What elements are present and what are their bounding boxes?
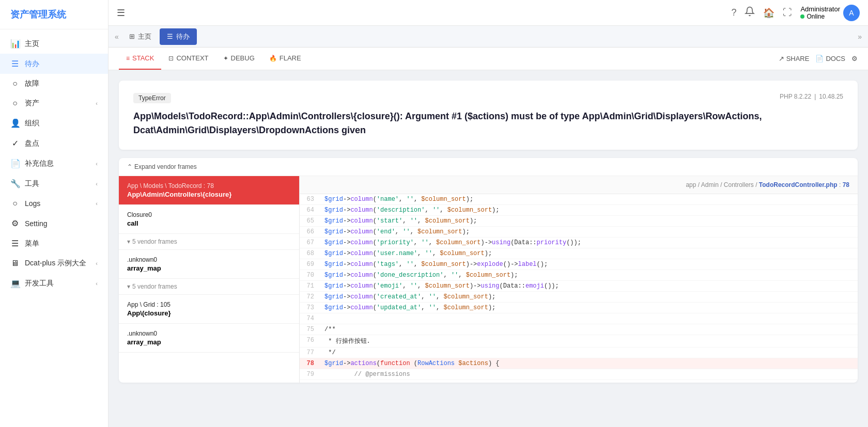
error-tab-context[interactable]: ⊡ CONTEXT [161,48,215,70]
sidebar-item-label: 主页 [25,39,98,49]
hamburger-icon[interactable]: ☰ [117,7,125,19]
frame-class: .unknown0 [127,330,291,337]
sidebar-item-supplement[interactable]: 📄 补充信息 ‹ [0,153,108,173]
sidebar: 资产管理系统 📊 主页 ☰ 待办 ○ 故障 ○ 资产 ‹ 👤 组织 ✓ 盘点 📄 [0,0,109,427]
share-label: SHARE [786,55,810,62]
line-number: 67 [300,238,320,248]
frame-method: App\Admin\Controllers\{closure} [127,191,291,198]
line-code: // @permissions [320,369,858,380]
expand-vendor-label: Expand vendor frames [134,163,197,170]
frame-class: .unknown0 [127,256,291,263]
sidebar-item-asset[interactable]: ○ 资产 ‹ [0,93,108,113]
sidebar-item-label: 组织 [25,119,98,128]
devtools-icon: 💻 [10,278,20,288]
share-button[interactable]: ↗ SHARE [779,55,810,62]
tab-todo[interactable]: ☰ 待办 [160,28,197,45]
tools-icon: 🔧 [10,179,20,188]
code-line-63: 63 $grid->column('name', '', $column_sor… [300,194,858,205]
sidebar-item-label: Setting [25,219,98,228]
expand-vendor-button[interactable]: ⌃ Expand vendor frames [119,158,858,176]
error-tab-debug[interactable]: ✦ DEBUG [216,48,262,70]
frame-method: call [127,219,291,227]
home-icon[interactable]: 🏠 [763,7,774,19]
error-message: App\Models\TodoRecord::App\Admin\Control… [133,109,843,137]
fullscreen-icon[interactable]: ⛶ [783,7,792,18]
line-code [320,313,858,324]
error-tab-flare[interactable]: 🔥 FLARE [262,48,308,70]
code-line-67: 67 $grid->column('priority', '', $column… [300,238,858,248]
error-tabs-actions: ↗ SHARE 📄 DOCS ⚙ [779,55,858,62]
line-code: $grid->column('emoji', '', $column_sort)… [320,281,858,292]
sidebar-item-dcat[interactable]: 🖥 Dcat-plus 示例大全 ‹ [0,254,108,273]
context-tab-icon: ⊡ [168,55,174,62]
error-badge: TypeError [133,93,171,103]
header-left: ☰ [117,7,125,19]
line-number: 72 [300,292,320,303]
line-number: 71 [300,281,320,292]
line-number: 74 [300,313,320,324]
code-panel: app / Admin / Controllers / TodoRecordCo… [300,176,858,383]
sidebar-item-setting[interactable]: ⚙ Setting [0,213,108,233]
stack-tab-icon: ≡ [126,55,130,62]
line-code: $grid->column('updated_at', '', $column_… [320,303,858,313]
tabs-chevron-left[interactable]: « [113,30,121,43]
line-code: $grid->actions(function (RowActions $act… [320,358,858,369]
sidebar-item-menu[interactable]: ☰ 菜单 [0,233,108,254]
sidebar-item-inventory[interactable]: ✓ 盘点 [0,133,108,153]
sidebar-item-devtools[interactable]: 💻 开发工具 ‹ [0,273,108,293]
frame-class: App \ Grid : 105 [127,301,291,308]
line-code: /** [320,324,858,335]
sidebar-item-tools[interactable]: 🔧 工具 ‹ [0,173,108,194]
tab-todo-label: 待办 [176,32,190,41]
settings-button[interactable]: ⚙ [851,55,858,62]
tab-home[interactable]: ⊞ 主页 [122,28,159,45]
line-code: $grid->column('name', '', $column_sort); [320,194,858,205]
line-number: 69 [300,259,320,270]
code-scroll[interactable]: 63 $grid->column('name', '', $column_sor… [300,194,858,380]
code-table: 63 $grid->column('name', '', $column_sor… [300,194,858,380]
docs-button[interactable]: 📄 DOCS [815,55,845,62]
inventory-icon: ✓ [10,138,20,148]
sidebar-item-org[interactable]: 👤 组织 [0,113,108,133]
line-code: $grid->column('priority', '', $column_so… [320,238,858,248]
ip-address: 10.48.25 [819,93,843,100]
vendor-frames-1[interactable]: ▾ 5 vendor frames [119,234,299,250]
stack-frame-2[interactable]: Closure0 call [119,205,299,234]
line-code: $grid->column('created_at', '', $column_… [320,292,858,303]
docs-label: DOCS [826,55,845,62]
stack-frame-4[interactable]: App \ Grid : 105 App\(closure} [119,295,299,324]
notification-icon[interactable] [745,6,755,19]
stack-frame-5[interactable]: .unknown0 array_map [119,324,299,353]
sidebar-item-label: Logs [25,199,90,208]
sidebar-item-dashboard[interactable]: 📊 主页 [0,34,108,54]
error-tab-stack[interactable]: ≡ STACK [119,48,161,70]
line-number: 77 [300,347,320,358]
vendor-frames-2[interactable]: ▾ 5 vendor frames [119,279,299,295]
flare-tab-icon: 🔥 [269,55,277,62]
tab-home-label: 主页 [138,32,151,41]
line-number: 76 [300,335,320,347]
sidebar-item-logs[interactable]: ○ Logs ‹ [0,194,108,213]
tabs-chevron-right[interactable]: » [856,30,864,43]
stack-frame-3[interactable]: .unknown0 array_map [119,250,299,279]
logs-icon: ○ [10,199,20,208]
sidebar-item-label: 菜单 [25,239,98,248]
separator: | [814,93,816,100]
online-dot [800,14,804,19]
sidebar-item-todo[interactable]: ☰ 待办 [0,54,108,74]
line-code: $grid->column('end', '', $column_sort); [320,227,858,238]
stack-body: App \ Models \ TodoRecord : 78 App\Admin… [119,176,858,383]
error-tab-context-label: CONTEXT [176,54,208,62]
line-number: 73 [300,303,320,313]
help-icon[interactable]: ? [731,7,736,18]
gear-icon: ⚙ [851,55,858,62]
stack-frame-1[interactable]: App \ Models \ TodoRecord : 78 App\Admin… [119,176,299,205]
avatar[interactable]: A [843,5,860,21]
sidebar-item-fault[interactable]: ○ 故障 [0,74,108,93]
stack-trace-card: ⌃ Expand vendor frames App \ Models \ To… [119,158,858,383]
line-code: $grid->column('description', '', $column… [320,205,858,216]
share-icon: ↗ [779,55,784,62]
todo-icon: ☰ [10,59,20,69]
code-line-74: 74 [300,313,858,324]
chevron-right-icon: ‹ [96,280,98,287]
